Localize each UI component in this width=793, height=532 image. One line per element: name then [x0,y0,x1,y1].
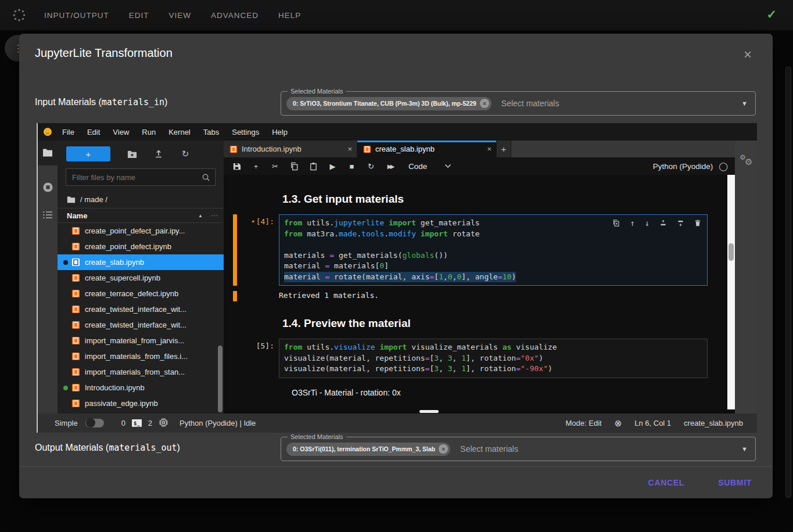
file-list-item[interactable]: create_twisted_interface_wit... [58,301,224,317]
table-of-contents-tab[interactable] [42,211,53,221]
file-list-item[interactable]: create_point_defect_pair.ipy... [58,223,224,239]
notebook-vertical-scrollbar[interactable] [727,175,735,409]
cell-type-dropdown[interactable]: Code [408,162,451,171]
notebook-tab[interactable]: create_slab.ipynb × [357,141,497,157]
cursor-position[interactable]: Ln 6, Col 1 [634,419,671,427]
jupyter-menu-item[interactable]: View [106,128,135,136]
close-icon[interactable]: × [744,48,752,62]
select-materials-placeholder: Select materials [460,444,518,454]
kernel-status-text[interactable]: Python (Pyodide) | Idle [180,419,256,427]
scrollbar-thumb[interactable] [419,410,439,413]
dirty-dot: • [251,217,256,226]
jupyter-menu-item[interactable]: Edit [81,128,106,136]
refresh-file-list-button[interactable]: ↻ [172,149,199,159]
file-list-item[interactable]: import_material_from_jarvis... [58,333,224,348]
move-cell-up-button[interactable]: ↑ [630,218,634,229]
field-legend: Selected Materials [288,433,346,440]
cancel-button[interactable]: CANCEL [645,477,688,488]
app-menu-item[interactable]: ADVANCED [211,11,259,20]
notebook-horizontal-scrollbar[interactable] [224,409,727,414]
breadcrumb[interactable]: / made / [58,190,224,208]
mode-indicator[interactable]: Mode: Edit [565,419,601,427]
restart-kernel-button[interactable]: ↻ [361,159,381,173]
insert-cell-above-button[interactable] [659,219,667,227]
output-material-chip[interactable]: 0: O3SrTi(011), termination SrTiO_Pmmm_3… [286,443,450,456]
new-folder-button[interactable] [119,150,145,159]
notebook-file-icon [71,242,80,251]
run-cell-button[interactable]: ▶ [323,159,342,173]
jupyter-menu-item[interactable]: File [56,128,81,136]
delete-cell-button[interactable] [694,219,701,227]
breadcrumb-path[interactable]: / made / [80,195,107,204]
notebook-tab[interactable]: Introduction.ipynb × [224,141,357,157]
kernel-count[interactable]: 2 [148,419,152,427]
cell-5-output: O3SrTi - Material - rotation: 0x [292,388,717,397]
cut-cell-button[interactable]: ✂ [265,159,285,173]
save-button[interactable] [227,159,246,173]
kernel-name-button[interactable]: Python (Pyodide) ◯ [653,161,728,171]
kernel-status-dot [63,323,68,328]
jupyter-menu-item[interactable]: Kernel [162,128,197,136]
code-cell-4[interactable]: ↑ ↓ [279,214,708,286]
running-kernels-tab[interactable] [42,182,53,195]
jupyter-menu-item[interactable]: Settings [225,128,265,136]
file-list-item[interactable]: create_slab.ipynb [58,254,224,270]
name-column-header[interactable]: Name [67,211,87,220]
chip-delete-icon[interactable]: × [480,99,489,108]
file-list-scrollbar[interactable] [218,346,223,412]
file-list-item[interactable]: create_point_defect.ipynb [58,239,224,254]
file-list-item[interactable]: create_terrace_defect.ipynb [58,286,224,301]
input-materials-select[interactable]: Selected Materials 0: SrTiO3, Strontium … [281,91,756,116]
new-tab-button[interactable]: + [497,141,511,157]
duplicate-cell-button[interactable] [612,219,620,227]
paste-cell-button[interactable] [304,159,323,173]
restart-run-all-button[interactable]: ▶▶ [381,159,401,173]
file-list-item[interactable]: Introduction.ipynb [58,380,224,396]
file-list-item[interactable]: import_materials_from_files.i... [58,348,224,364]
app-menu-item[interactable]: VIEW [169,11,192,20]
simple-mode-toggle[interactable] [85,419,104,427]
settings-button[interactable]: ⚙ ⚙ [740,153,752,166]
terminal-icon[interactable]: $_ [132,419,142,427]
tab-close-icon[interactable]: × [347,145,352,153]
file-list-item[interactable]: create_twisted_interface_wit... [58,317,224,333]
insert-cell-button[interactable]: + [246,159,265,173]
interrupt-kernel-button[interactable]: ■ [342,159,361,173]
input-material-chip[interactable]: 0: SrTiO3, Strontium Titanate, CUB (Pm-3… [286,97,491,110]
file-list-item[interactable]: create_supercell.ipynb [58,270,224,286]
section-heading-1-3: 1.3. Get input materials [282,193,717,206]
jupyter-menu-item[interactable]: Tabs [197,128,225,136]
app-menu-item[interactable]: HELP [278,11,301,20]
submit-button[interactable]: SUBMIT [715,477,755,488]
new-launcher-button[interactable]: + [66,146,110,161]
app-menu-item[interactable]: EDIT [129,11,149,20]
filter-files-input[interactable] [71,172,202,182]
file-browser-tab[interactable] [38,141,58,166]
terminal-count[interactable]: 0 [121,419,125,427]
kernel-chip-button[interactable] [159,418,168,429]
insert-cell-below-button[interactable] [677,219,684,227]
chip-delete-icon[interactable]: × [439,444,448,454]
code-cell-4-row: •[4]: ↑ ↓ [233,214,717,286]
upload-button[interactable] [145,149,172,159]
scrollbar-thumb[interactable] [729,243,734,261]
copy-cell-button[interactable] [285,159,304,173]
jupyter-menu-item[interactable]: Help [265,128,294,136]
saved-check-icon[interactable]: ✓ [766,8,777,21]
page-scrollbar[interactable] [785,67,791,498]
kernel-status-dot [63,245,68,249]
cell-4-output: Retrieved 1 materials. [279,291,379,301]
kernel-status-dot [63,292,68,296]
output-materials-select[interactable]: Selected Materials 0: O3SrTi(011), termi… [281,437,756,461]
app-menu-item[interactable]: INPUT/OUTPUT [44,11,109,20]
move-cell-down-button[interactable]: ↓ [645,218,650,229]
file-browser: + ↻ / made / [58,141,224,414]
cell-4-output-row: Retrieved 1 materials. [233,291,717,301]
notifications-off-icon[interactable]: ⊗ [615,418,622,429]
file-list-header[interactable]: Name ▲ ⋯ [58,208,224,223]
tab-close-icon[interactable]: × [487,145,491,153]
file-list-item[interactable]: import_materials_from_stan... [58,364,224,380]
code-cell-5[interactable]: from utils.visualize import visualize_ma… [279,339,708,378]
file-list-item[interactable]: passivate_edge.ipynb [58,396,224,411]
jupyter-menu-item[interactable]: Run [135,128,162,136]
